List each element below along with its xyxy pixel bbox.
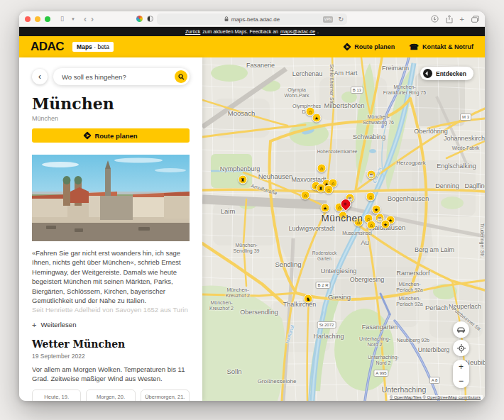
map-place-label: München- [393, 84, 415, 89]
sidebar-toggle-icon[interactable]: ▯ [59, 16, 65, 22]
weather-card: Heute, 19.☁11°C 7°C☂ 56%⚐ 19 km/h [32, 389, 81, 402]
notice-text: zum aktuellen Maps. Feedback an [202, 29, 278, 34]
back-button[interactable]: ‹ [84, 14, 87, 24]
search-button[interactable] [175, 70, 187, 83]
search-input[interactable] [62, 73, 175, 81]
route-button-label: Route planen [94, 132, 137, 140]
poi-marker-star[interactable]: ★ [381, 220, 390, 229]
map-place-label: Kreuzhof 2 [209, 306, 234, 311]
road-badge: A 995 [373, 370, 388, 377]
chevron-down-icon[interactable]: ▼ [70, 17, 77, 21]
poi-marker-restaurant[interactable]: ☕ [367, 170, 376, 179]
map-place-label: Unterhaching- [359, 336, 390, 341]
map-place-label: Isarkanal [285, 324, 295, 343]
poi-marker-zoo[interactable]: ♞ [304, 294, 313, 304]
map-place-label: Giesing [328, 293, 351, 301]
extension-icon[interactable] [147, 16, 153, 22]
map-place-label: München- [367, 114, 389, 119]
minimize-window-button[interactable] [35, 16, 40, 22]
lock-icon [224, 16, 229, 22]
downloads-icon[interactable] [431, 15, 439, 23]
poi-marker-museum[interactable]: ⌂ [324, 185, 334, 194]
tab-overview-icon[interactable] [471, 16, 479, 23]
locate-me-button[interactable] [453, 340, 469, 356]
map-place-label: Maxvorstadt [291, 176, 326, 183]
map-place-label: Arnulfstraße [251, 183, 278, 196]
back-to-maps-link[interactable]: Zurück [185, 29, 200, 34]
poi-marker-castle[interactable]: ♜ [239, 175, 248, 184]
locate-icon [457, 344, 466, 353]
road-badge: B 13 [351, 87, 363, 94]
notice-period: . [317, 29, 319, 34]
map-place-label: Museumsinsel [342, 231, 372, 236]
map-place-label: Milbertshofen [324, 101, 364, 109]
address-bar[interactable]: maps-beta.adac.de VPN ↻ [157, 13, 347, 25]
map-place-label: Truderinger Str. [480, 223, 485, 258]
browser-window: ▯ ▼ ‹ › maps-beta.adac.de VPN ↻ + Zurück… [19, 11, 485, 401]
map-place-label: Frankfurter Ring 75 [383, 90, 426, 95]
map-place-label: Obergiesing [350, 276, 385, 283]
map-attribution[interactable]: © OpenMapTiles © OpenStreetMap contribut… [388, 395, 483, 399]
maps-label: Maps [77, 43, 92, 50]
poi-marker-star[interactable]: ★ [312, 114, 322, 123]
back-circle-button[interactable]: ‹ [32, 69, 48, 84]
map-place-label: Johanneskirchen [444, 135, 485, 142]
map-place-label: Am Hart [334, 70, 357, 77]
adac-logo[interactable]: ADAC [31, 40, 64, 54]
share-icon[interactable] [446, 15, 453, 23]
map-place-label: München- [398, 296, 420, 301]
zoom-window-button[interactable] [45, 16, 50, 22]
weather-card-day: Heute, 19. [35, 394, 77, 400]
weather-summary: Vor allem am Morgen Wolken. Temperaturen… [32, 365, 190, 384]
sidebar-panel: ‹ München München ➤ Route planen [19, 57, 202, 401]
route-planen-nav[interactable]: ➤ Route planen [344, 43, 395, 50]
map-place-label: Bogenhausen [388, 194, 429, 202]
map-place-label: München- [226, 287, 248, 292]
poi-marker-museum[interactable]: ⌂ [367, 221, 376, 230]
map-place-label: Neuperlach [449, 303, 481, 310]
breadcrumb: München [32, 115, 190, 122]
read-more-button[interactable]: + Weiterlesen [32, 321, 190, 329]
map-place-label: Schwabing 76 [363, 120, 394, 125]
poi-marker-star[interactable]: ★ [321, 204, 330, 213]
route-planen-button[interactable]: ➤ Route planen [32, 128, 190, 143]
map-place-label: Wohn-Park [285, 93, 309, 98]
zoom-out-button[interactable]: − [459, 377, 464, 385]
forward-button[interactable]: › [91, 14, 94, 24]
map-place-label: Neuhausen [258, 172, 293, 180]
feedback-mail-link[interactable]: maps@adac.de [280, 29, 315, 34]
description-fade: Seit Henriette Adelheid von Savoyen 1652… [32, 306, 190, 315]
road-badge: A 8 [429, 377, 440, 384]
map-place-label: Untergiesing [321, 267, 357, 275]
poi-marker-museum[interactable]: ⌂ [317, 164, 327, 173]
map-place-label: Obersendling [240, 309, 278, 316]
reload-icon[interactable]: ↻ [338, 16, 344, 23]
map-place-label: Sendling [275, 260, 302, 268]
map-place-label: Sendling 39 [234, 248, 260, 253]
weather-date: 19 September 2022 [32, 353, 190, 360]
kontakt-label: Kontakt & Notruf [422, 43, 473, 50]
map-place-label: Schwabing [353, 133, 385, 140]
browser-toolbar: ▯ ▼ ‹ › maps-beta.adac.de VPN ↻ + [19, 11, 485, 27]
entdecken-button[interactable]: Entdecken [420, 67, 473, 80]
map-place-label: Perlach 92a [396, 302, 422, 306]
zoom-in-button[interactable]: + [459, 363, 464, 371]
poi-marker-museum[interactable]: ⌂ [354, 218, 363, 227]
extension-icon[interactable] [136, 16, 143, 22]
kontakt-notruf-nav[interactable]: ☎ Kontakt & Notruf [409, 43, 473, 51]
map-place-label: Daglfing [464, 182, 485, 189]
route-icon: ➤ [344, 43, 351, 50]
map-place-label: Ramersdorf [396, 270, 429, 277]
compass-icon [423, 69, 432, 78]
map-place-label: Laim [221, 207, 236, 215]
map-place-label: Neubiberg 92b [397, 338, 429, 343]
poi-marker-museum[interactable]: ⌂ [366, 192, 376, 201]
traffic-layer-button[interactable] [453, 321, 469, 338]
map-place-label: Harlaching [313, 333, 344, 340]
new-tab-icon[interactable]: + [460, 15, 464, 23]
map-canvas[interactable]: FasanerieLerchenauAm HartFreimannMoosach… [202, 57, 485, 401]
poi-marker-museum[interactable]: ⌂ [301, 191, 310, 200]
map-place-label: Unterhaching- [368, 355, 399, 360]
poi-marker-museum[interactable]: ⌂ [339, 211, 348, 221]
close-window-button[interactable] [25, 16, 31, 22]
